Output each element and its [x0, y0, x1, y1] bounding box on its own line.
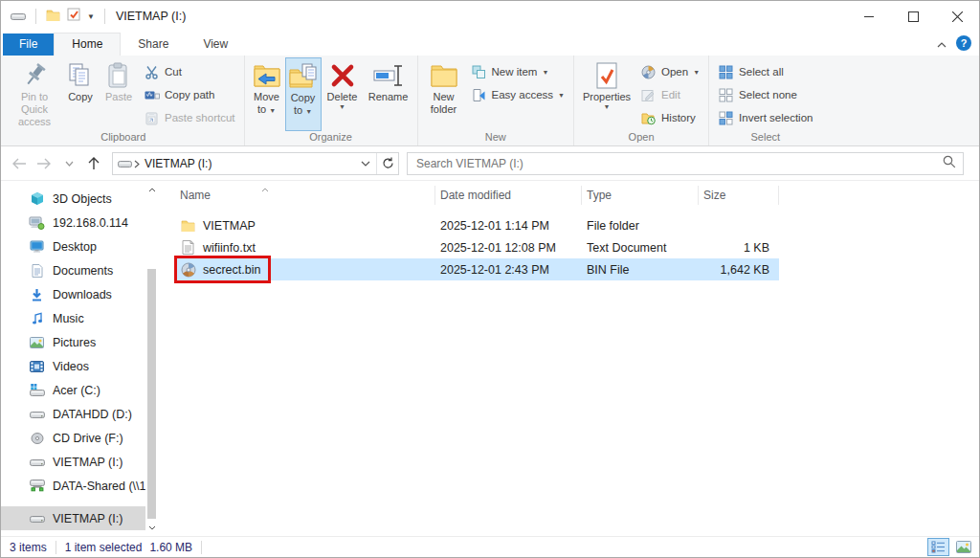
sidebar-item-vietmap-i[interactable]: VIETMAP (I:) — [1, 506, 158, 530]
sidebar-item-label: DATA-Shared (\\1 — [53, 480, 146, 493]
sidebar-item-192-168-0-114[interactable]: 192.168.0.114 — [1, 211, 158, 234]
column-header-type[interactable]: Type — [582, 181, 699, 210]
sidebar-item-cd-drive-f[interactable]: CD Drive (F:) — [1, 426, 158, 450]
group-organize: Move to ▼ Copy to ▼ Delete ▼ Rename Orga… — [244, 56, 417, 145]
tab-file[interactable]: File — [3, 33, 54, 56]
paste-button[interactable]: Paste — [99, 57, 139, 131]
address-dropdown-icon[interactable] — [355, 153, 376, 174]
refresh-icon[interactable] — [377, 153, 398, 174]
search-box[interactable] — [407, 152, 964, 175]
forward-button[interactable] — [32, 151, 56, 176]
ribbon-tabs: File Home Share View ? — [1, 32, 979, 56]
drive-icon — [11, 8, 26, 25]
copy-button[interactable]: Copy — [62, 57, 99, 131]
cut-button[interactable]: Cut — [139, 60, 240, 83]
scrollbar-thumb[interactable] — [147, 269, 156, 519]
sidebar-item-3d-objects[interactable]: 3D Objects — [1, 187, 158, 211]
sidebar-item-acer-c[interactable]: Acer (C:) — [1, 378, 158, 402]
tab-share[interactable]: Share — [121, 33, 186, 56]
document-icon — [29, 264, 45, 278]
copy-to-button[interactable]: Copy to ▼ — [285, 57, 322, 131]
new-item-button[interactable]: New item ▼ — [466, 60, 570, 83]
sidebar-scrollbar[interactable] — [145, 181, 158, 536]
text-file-icon — [180, 240, 196, 255]
details-view-button[interactable] — [927, 538, 949, 556]
scroll-up-icon[interactable] — [145, 183, 158, 196]
edit-button[interactable]: Edit — [635, 83, 704, 106]
sidebar-item-datahdd-d[interactable]: DATAHDD (D:) — [1, 402, 158, 426]
paste-shortcut-button[interactable]: Paste shortcut — [139, 106, 240, 129]
folder-icon[interactable] — [46, 8, 60, 25]
cut-icon — [144, 65, 160, 79]
new-folder-icon — [430, 59, 458, 91]
sidebar-item-data-shared-1[interactable]: DATA-Shared (\\1 — [1, 474, 158, 498]
annotation-box — [174, 256, 271, 283]
select-none-button[interactable]: Select none — [713, 83, 817, 106]
close-button[interactable] — [935, 1, 979, 32]
scroll-down-icon[interactable] — [145, 521, 158, 534]
easy-access-button[interactable]: Easy access ▼ — [466, 83, 570, 106]
sidebar-item-label: CD Drive (F:) — [53, 432, 123, 445]
minimize-button[interactable] — [847, 1, 891, 32]
explorer-window: ▼ VIETMAP (I:) File Home Share View ? Pi… — [0, 0, 980, 558]
pin-to-quick-access-button[interactable]: Pin to Quick access — [7, 57, 62, 131]
move-to-button[interactable]: Move to ▼ — [249, 57, 285, 131]
invert-selection-button[interactable]: Invert selection — [713, 106, 817, 129]
navigation-bar: VIETMAP (I:) — [1, 146, 979, 181]
edit-icon — [640, 88, 657, 102]
back-button[interactable] — [7, 151, 32, 176]
navigation-pane: 3D Objects192.168.0.114DesktopDocumentsD… — [1, 181, 158, 536]
file-type: Text Document — [582, 241, 699, 255]
recent-locations-icon[interactable] — [56, 151, 81, 176]
breadcrumb[interactable]: VIETMAP (I:) — [145, 157, 212, 170]
copy-path-button[interactable]: Copy path — [139, 83, 240, 106]
help-icon[interactable]: ? — [956, 35, 971, 51]
sidebar-item-label: Documents — [53, 264, 113, 278]
sidebar-item-desktop[interactable]: Desktop — [1, 234, 158, 258]
file-size: 1,642 KB — [699, 263, 779, 277]
sidebar-item-documents[interactable]: Documents — [1, 258, 158, 282]
sidebar-item-label: Acer (C:) — [53, 384, 100, 397]
address-bar[interactable]: VIETMAP (I:) — [112, 152, 399, 175]
tab-view[interactable]: View — [186, 33, 245, 56]
qat-dropdown-icon[interactable]: ▼ — [87, 12, 95, 21]
group-label-clipboard: Clipboard — [3, 131, 244, 145]
sidebar-item-music[interactable]: Music — [1, 306, 158, 330]
history-button[interactable]: History — [635, 106, 704, 129]
select-all-button[interactable]: Select all — [713, 60, 817, 83]
properties-quick-icon[interactable] — [67, 8, 80, 25]
collapse-ribbon-icon[interactable] — [937, 34, 947, 52]
search-icon[interactable] — [943, 155, 956, 172]
new-folder-button[interactable]: New folder — [422, 57, 466, 131]
sidebar-item-label: 3D Objects — [53, 192, 112, 206]
search-input[interactable] — [414, 156, 943, 171]
sidebar-item-vietmap-i[interactable]: VIETMAP (I:) — [1, 450, 158, 474]
cd-drive-icon — [29, 433, 45, 444]
column-header-name[interactable]: Name — [175, 181, 435, 210]
file-name-cell[interactable]: VIETMAP — [175, 219, 435, 233]
ribbon: Pin to Quick access Copy Paste Cut — [1, 56, 979, 146]
sidebar-list: 3D Objects192.168.0.114DesktopDocumentsD… — [1, 187, 158, 536]
delete-button[interactable]: Delete ▼ — [322, 57, 364, 131]
column-header-size[interactable]: Size — [699, 181, 779, 210]
quick-access-toolbar: ▼ — [1, 8, 108, 25]
column-header-date-modified[interactable]: Date modified — [435, 181, 582, 210]
rename-icon — [373, 59, 404, 91]
maximize-button[interactable] — [891, 1, 935, 32]
file-row-vietmap[interactable]: VIETMAP2025-12-01 1:14 PMFile folder — [175, 214, 779, 236]
file-name: wifiinfo.txt — [203, 241, 256, 255]
paste-shortcut-icon — [144, 111, 160, 125]
sidebar-item-pictures[interactable]: Pictures — [1, 330, 158, 354]
properties-button[interactable]: Properties ▼ — [578, 57, 635, 131]
breadcrumb-chevron-icon[interactable] — [133, 155, 141, 172]
thumbnail-view-button[interactable] — [952, 538, 974, 556]
rename-button[interactable]: Rename — [364, 57, 413, 131]
copy-icon — [68, 59, 93, 91]
sidebar-item-videos[interactable]: Videos — [1, 354, 158, 378]
sidebar-item-downloads[interactable]: Downloads — [1, 282, 158, 306]
file-name-cell[interactable]: wifiinfo.txt — [175, 240, 435, 255]
open-button[interactable]: Open ▼ — [635, 60, 704, 83]
up-button[interactable] — [81, 151, 106, 176]
file-rows: VIETMAP2025-12-01 1:14 PMFile folderwifi… — [175, 214, 979, 280]
tab-home[interactable]: Home — [54, 33, 121, 56]
